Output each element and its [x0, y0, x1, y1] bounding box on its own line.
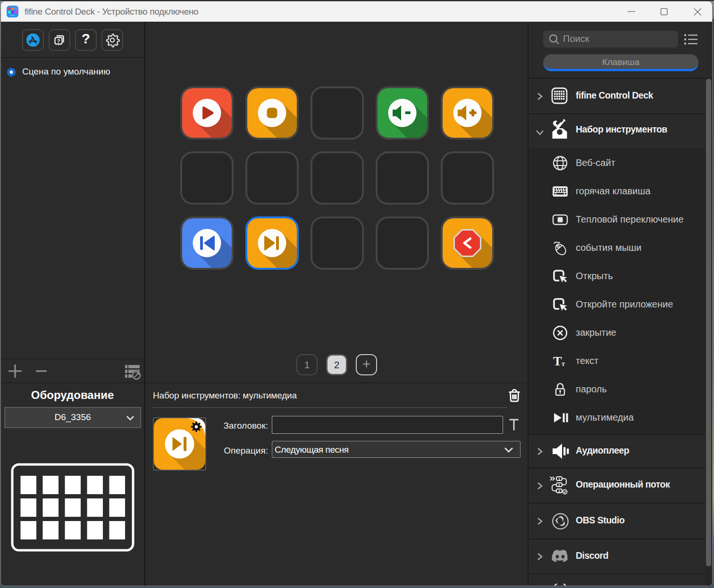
svg-text:1: 1	[558, 477, 560, 480]
svg-text:3: 3	[558, 489, 560, 493]
svg-text:?: ?	[57, 38, 60, 44]
svg-text:2: 2	[558, 483, 560, 487]
svg-text:т: т	[562, 360, 565, 367]
svg-text:T: T	[553, 354, 562, 368]
svg-text:fifine: fifine	[10, 14, 15, 17]
